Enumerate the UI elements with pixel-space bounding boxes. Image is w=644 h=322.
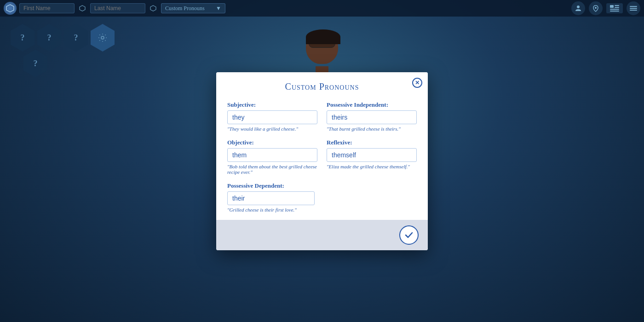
custom-pronouns-modal: Custom Pronouns ✕ Subjective: "They woul… xyxy=(216,72,428,250)
possessive-dependent-example: "Grilled cheese is their first love." xyxy=(227,207,417,213)
objective-input[interactable] xyxy=(227,148,317,162)
reflexive-label: Reflexive: xyxy=(327,139,417,146)
modal-footer xyxy=(216,220,428,250)
possessive-dependent-label: Possessive Dependent: xyxy=(227,182,417,190)
possessive-dependent-group: Possessive Dependent: "Grilled cheese is… xyxy=(227,182,417,213)
reflexive-input[interactable] xyxy=(327,148,417,162)
possessive-dependent-input[interactable] xyxy=(227,191,315,205)
possessive-independent-group: Possessive Independent: "That burnt gril… xyxy=(327,101,417,132)
subjective-label: Subjective: xyxy=(227,101,317,109)
modal-close-button[interactable]: ✕ xyxy=(412,78,422,88)
objective-label: Objective: xyxy=(227,139,317,146)
objective-example: "Bob told them about the best grilled ch… xyxy=(227,164,317,175)
reflexive-group: Reflexive: "Eliza made the grilled chees… xyxy=(327,139,417,175)
confirm-button[interactable] xyxy=(399,225,419,245)
possessive-independent-input[interactable] xyxy=(327,110,417,124)
modal-header: Custom Pronouns ✕ xyxy=(216,72,428,97)
subjective-group: Subjective: "They would like a grilled c… xyxy=(227,101,317,132)
possessive-independent-example: "That burnt grilled cheese is theirs." xyxy=(327,126,417,132)
subjective-example: "They would like a grilled cheese." xyxy=(227,126,317,132)
modal-title: Custom Pronouns xyxy=(225,81,419,92)
objective-group: Objective: "Bob told them about the best… xyxy=(227,139,317,175)
possessive-independent-label: Possessive Independent: xyxy=(327,101,417,109)
reflexive-example: "Eliza made the grilled cheese themself.… xyxy=(327,164,417,169)
modal-overlay: Custom Pronouns ✕ Subjective: "They woul… xyxy=(0,0,644,322)
modal-body: Subjective: "They would like a grilled c… xyxy=(216,97,428,220)
pronoun-form-grid: Subjective: "They would like a grilled c… xyxy=(227,101,417,213)
subjective-input[interactable] xyxy=(227,110,317,124)
checkmark-icon xyxy=(404,230,414,240)
